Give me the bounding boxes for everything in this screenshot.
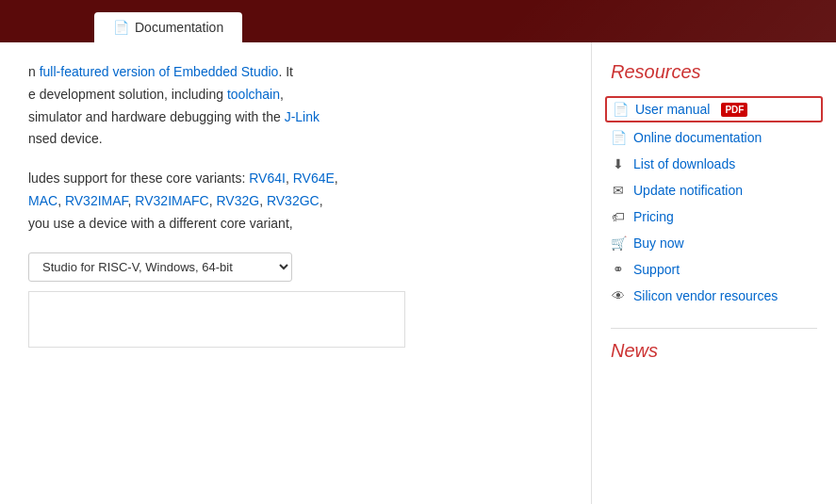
full-featured-link[interactable]: full-featured version of Embedded Studio: [40, 64, 279, 79]
variant-line3: you use a device with a different core v…: [28, 216, 293, 231]
documentation-tab-label: Documentation: [135, 20, 223, 35]
rv32imaf-link[interactable]: RV32IMAF: [65, 193, 128, 208]
resource-item-online-docs[interactable]: 📄 Online documentation: [611, 124, 817, 151]
variant-line1: ludes support for these core variants: R…: [28, 171, 338, 186]
main-content: n full-featured version of Embedded Stud…: [0, 42, 836, 504]
jlink-link[interactable]: J-Link: [285, 109, 320, 124]
support-link[interactable]: Support: [633, 262, 680, 277]
variant-line2: MAC, RV32IMAF, RV32IMAFC, RV32G, RV32GC,: [28, 193, 323, 208]
rv32gc-link[interactable]: RV32GC: [267, 193, 320, 208]
intro-line3: simulator and hardware debugging with th…: [28, 109, 320, 124]
top-navigation-bar: 📄 Documentation: [0, 0, 836, 42]
toolchain-link[interactable]: toolchain: [227, 87, 280, 102]
buy-now-link[interactable]: Buy now: [633, 236, 684, 251]
resource-item-update-notification[interactable]: ✉ Update notification: [611, 177, 817, 203]
update-notification-link[interactable]: Update notification: [633, 183, 743, 198]
pricing-link[interactable]: Pricing: [633, 209, 674, 224]
silicon-vendor-link[interactable]: Silicon vendor resources: [633, 288, 778, 303]
cart-icon: 🛒: [611, 236, 626, 251]
document-icon: 📄: [113, 20, 129, 35]
intro-line2: e development solution, including toolch…: [28, 87, 284, 102]
user-manual-link[interactable]: User manual: [635, 102, 710, 117]
news-section-title: News: [611, 340, 817, 362]
document-icon-2: 📄: [611, 130, 626, 145]
platform-dropdown-container: Studio for RISC-V, Windows, 64-bit Studi…: [28, 252, 563, 282]
variant-paragraph: ludes support for these core variants: R…: [28, 168, 563, 235]
intro-line1: n full-featured version of Embedded Stud…: [28, 64, 293, 79]
mac-link[interactable]: MAC: [28, 193, 57, 208]
eye-icon: 👁: [611, 288, 626, 303]
rv32g-link[interactable]: RV32G: [216, 193, 259, 208]
resource-item-support[interactable]: ⚭ Support: [611, 256, 817, 283]
rv32imafc-link[interactable]: RV32IMAFC: [135, 193, 208, 208]
platform-dropdown[interactable]: Studio for RISC-V, Windows, 64-bit Studi…: [28, 252, 292, 282]
rv64e-link[interactable]: RV64E: [293, 171, 335, 186]
download-icon: ⬇: [611, 156, 626, 171]
document-icon: 📄: [613, 102, 628, 117]
list-downloads-link[interactable]: List of downloads: [633, 156, 735, 171]
resource-item-list-downloads[interactable]: ⬇ List of downloads: [611, 151, 817, 177]
support-icon: ⚭: [611, 262, 626, 277]
documentation-tab[interactable]: 📄 Documentation: [94, 12, 242, 42]
resource-item-silicon-vendor[interactable]: 👁 Silicon vendor resources: [611, 283, 817, 309]
tag-icon: 🏷: [611, 209, 626, 224]
intro-line4: nsed device.: [28, 131, 103, 146]
right-sidebar: Resources 📄 User manual PDF 📄 Online doc…: [591, 42, 836, 504]
intro-paragraph: n full-featured version of Embedded Stud…: [28, 61, 563, 151]
content-box: [28, 291, 405, 348]
section-divider: [611, 328, 817, 329]
resource-list: 📄 User manual PDF 📄 Online documentation…: [611, 96, 817, 309]
rv64i-link[interactable]: RV64I: [249, 171, 286, 186]
resources-section-title: Resources: [611, 61, 817, 83]
resource-item-user-manual[interactable]: 📄 User manual PDF: [605, 96, 823, 122]
resource-item-buy-now[interactable]: 🛒 Buy now: [611, 230, 817, 256]
resource-item-pricing[interactable]: 🏷 Pricing: [611, 203, 817, 230]
envelope-icon: ✉: [611, 183, 626, 198]
left-content-area: n full-featured version of Embedded Stud…: [0, 42, 591, 504]
online-docs-link[interactable]: Online documentation: [633, 130, 762, 145]
pdf-badge: PDF: [721, 103, 747, 117]
